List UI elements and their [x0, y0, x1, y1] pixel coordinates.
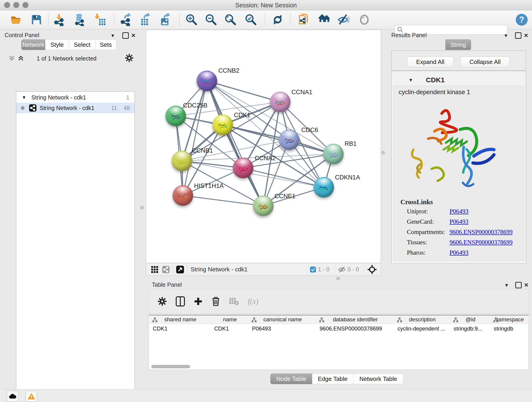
- zoom-fit-icon[interactable]: [224, 13, 237, 26]
- control-panel-float-icon[interactable]: [122, 32, 129, 39]
- refresh-icon[interactable]: [271, 13, 284, 26]
- table-cell[interactable]: P06493: [249, 324, 317, 334]
- show-columns-icon[interactable]: [176, 296, 185, 306]
- network-collection-row[interactable]: ▼ String Network - cdk1 1: [16, 92, 134, 103]
- collapse-all-icon[interactable]: [8, 55, 15, 63]
- import-network-file-icon[interactable]: [53, 13, 66, 26]
- crosslink-uniprot-link[interactable]: P06493: [450, 208, 469, 215]
- crosslink-label: Compartments:: [407, 229, 445, 236]
- expand-all-icon[interactable]: [17, 55, 24, 63]
- warning-button[interactable]: [26, 391, 37, 402]
- column-header-canonical-name[interactable]: canonical name: [249, 315, 317, 324]
- string-home-icon[interactable]: [317, 13, 330, 26]
- table-panel-menu-icon[interactable]: ▾: [505, 282, 508, 288]
- control-panel-close-icon[interactable]: ✕: [131, 32, 136, 39]
- import-table-file-icon[interactable]: [93, 13, 107, 26]
- column-header-database-identifier[interactable]: database identifier: [317, 315, 394, 324]
- control-panel-menu-icon[interactable]: ▾: [111, 32, 114, 39]
- add-column-icon[interactable]: [194, 297, 203, 306]
- column-header-shared-name[interactable]: shared name: [150, 315, 211, 324]
- network-options-gear-icon[interactable]: [125, 53, 134, 64]
- selected-checkbox-icon[interactable]: [310, 266, 316, 273]
- zoom-selected-icon[interactable]: [244, 13, 258, 26]
- results-panel-menu-icon[interactable]: ▾: [505, 32, 507, 39]
- tab-select[interactable]: Select: [69, 39, 95, 50]
- table-hscrollbar-thumb[interactable]: [151, 365, 190, 368]
- network-selection-summary: 1 of 1 Network selected: [37, 55, 96, 62]
- results-panel: Results Panel ▾ ✕ String Expand All Coll…: [387, 29, 532, 276]
- network-node-CCNB1[interactable]: [172, 151, 192, 171]
- left-splitter-handle[interactable]: [140, 206, 144, 210]
- network-edge-CCNB2-CCNA1[interactable]: [207, 81, 280, 102]
- results-panel-float-icon[interactable]: [515, 32, 521, 39]
- table-gear-icon[interactable]: [157, 297, 167, 306]
- hide-unhide-icon[interactable]: [336, 13, 350, 26]
- import-network-database-icon[interactable]: [73, 13, 86, 26]
- export-image-icon[interactable]: [158, 13, 172, 26]
- crosslink-genecard-link[interactable]: P06493: [450, 218, 469, 225]
- network-node-RB1[interactable]: [323, 144, 344, 164]
- network-edge-HIST1H1A-CCNE1[interactable]: [183, 196, 263, 206]
- network-node-CCNB2[interactable]: [196, 70, 217, 91]
- delete-column-icon[interactable]: [211, 296, 220, 306]
- column-header-name[interactable]: name: [211, 315, 249, 324]
- column-header-namespace[interactable]: namespace: [491, 315, 529, 324]
- network-node-CDC6[interactable]: [279, 129, 299, 150]
- gene-expander-icon[interactable]: ▼: [409, 77, 413, 83]
- gene-description: cyclin-dependent kinase 1: [399, 89, 470, 96]
- grid-view-icon[interactable]: [151, 266, 158, 273]
- help-icon[interactable]: ?: [515, 13, 528, 26]
- column-header--id[interactable]: @id: [450, 315, 491, 324]
- network-node-label-CDC25B: CDC25B: [183, 102, 208, 109]
- export-table-icon[interactable]: [139, 13, 152, 26]
- network-canvas[interactable]: CCNB2CCNA1CDC25BCDK1CDC6RB1CCNB1CCNA2CDK…: [146, 30, 381, 263]
- table-cell[interactable]: cyclin-dependent ...: [394, 324, 450, 334]
- selected-counts: 1 - 0: [318, 266, 329, 273]
- hidden-eye-icon[interactable]: [338, 267, 346, 273]
- zoom-out-icon[interactable]: [204, 13, 218, 26]
- network-node-CCNA1[interactable]: [270, 92, 291, 112]
- table-cell[interactable]: 9606.ENSP00000378699: [317, 324, 394, 334]
- cloud-button[interactable]: [7, 391, 18, 402]
- table-cell[interactable]: stringdb: [491, 324, 529, 334]
- network-edge-CCNB2-HIST1H1A[interactable]: [183, 81, 207, 196]
- crosslink-tissues-link[interactable]: 9606.ENSP00000378699: [450, 239, 513, 246]
- table-panel-float-icon[interactable]: [515, 282, 522, 288]
- bring-query-icon[interactable]: [298, 13, 311, 26]
- status-bar: Memory: [0, 389, 532, 402]
- crosslink-pharos-link[interactable]: P06493: [450, 249, 469, 256]
- network-node-HIST1H1A[interactable]: [172, 185, 193, 206]
- network-node-CCNE1[interactable]: [253, 196, 273, 216]
- results-panel-close-icon[interactable]: ✕: [524, 32, 528, 39]
- network-node-CDK1[interactable]: [212, 115, 233, 135]
- collection-expander-icon[interactable]: ▼: [22, 95, 26, 100]
- network-node-CCNA2[interactable]: [233, 158, 253, 178]
- tab-node-table[interactable]: Node Table: [270, 374, 312, 384]
- collapse-all-button[interactable]: Collapse All: [460, 57, 510, 67]
- save-session-icon[interactable]: [30, 13, 43, 26]
- column-header-description[interactable]: description: [394, 315, 451, 324]
- right-splitter-handle[interactable]: [381, 151, 385, 154]
- shared-column-icon: [397, 317, 402, 324]
- open-session-icon[interactable]: [10, 13, 23, 26]
- string-view-icon[interactable]: [162, 266, 170, 273]
- network-row[interactable]: String Network - cdk1 11 48: [16, 103, 134, 113]
- network-node-CDKN1A[interactable]: [313, 177, 334, 198]
- export-network-icon[interactable]: [120, 13, 133, 26]
- tab-network-table[interactable]: Network Table: [353, 374, 404, 384]
- table-panel-close-icon[interactable]: ✕: [524, 282, 529, 288]
- table-cell[interactable]: stringdb:9...: [450, 324, 491, 334]
- detach-view-icon[interactable]: [176, 266, 184, 274]
- zoom-in-icon[interactable]: [185, 13, 198, 26]
- crosslink-compartments-link[interactable]: 9606.ENSP00000378699: [450, 229, 513, 236]
- table-cell[interactable]: CDK1: [211, 324, 249, 334]
- toolbar-separator: [114, 13, 114, 26]
- tab-string[interactable]: String: [445, 39, 471, 50]
- tab-sets[interactable]: Sets: [95, 39, 116, 50]
- tab-style[interactable]: Style: [45, 39, 69, 50]
- birdseye-icon[interactable]: [367, 265, 377, 274]
- table-cell[interactable]: CDK1: [150, 324, 211, 334]
- tab-network[interactable]: Network: [21, 39, 45, 50]
- expand-all-button[interactable]: Expand All: [407, 57, 453, 67]
- tab-edge-table[interactable]: Edge Table: [312, 374, 353, 384]
